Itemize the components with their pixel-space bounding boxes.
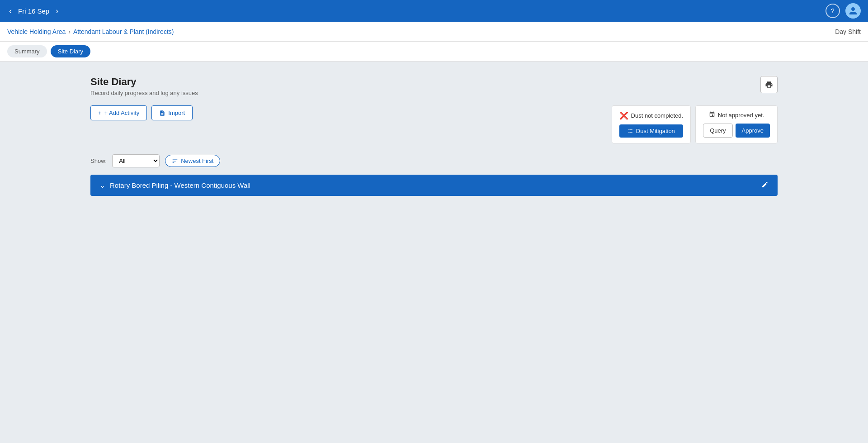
sort-button[interactable]: Newest First <box>165 155 220 167</box>
breadcrumb-child[interactable]: Attendant Labour & Plant (Indirects) <box>73 28 174 35</box>
add-activity-button[interactable]: + + Add Activity <box>90 105 147 120</box>
dust-status-header: ❌ Dust not completed. <box>619 111 684 120</box>
tabs-bar: Summary Site Diary <box>0 42 868 62</box>
top-navigation-bar: ‹ Fri 16 Sep › ? <box>0 0 868 22</box>
tab-summary[interactable]: Summary <box>7 45 47 57</box>
approval-status-text: Not approved yet. <box>718 112 764 119</box>
breadcrumb-separator: › <box>68 28 71 35</box>
dust-error-icon: ❌ <box>619 111 628 120</box>
breadcrumb-parent[interactable]: Vehicle Holding Area <box>7 28 66 35</box>
dust-mitigation-icon <box>627 128 633 134</box>
diary-title: Site Diary <box>90 76 198 88</box>
edit-icon[interactable] <box>761 181 769 190</box>
dust-mitigation-label: Dust Mitigation <box>636 128 675 134</box>
breadcrumb-bar: Vehicle Holding Area › Attendant Labour … <box>0 22 868 42</box>
prev-date-button[interactable]: ‹ <box>7 5 14 17</box>
dust-status-text: Dust not completed. <box>631 112 684 119</box>
import-icon <box>159 110 165 116</box>
import-label: Import <box>168 110 185 116</box>
breadcrumb: Vehicle Holding Area › Attendant Labour … <box>7 28 174 35</box>
plus-icon: + <box>98 110 102 116</box>
approve-button[interactable]: Approve <box>736 124 770 138</box>
chevron-down-icon: ⌄ <box>99 181 105 190</box>
activity-row-left: ⌄ Rotary Bored Piling - Western Contiguo… <box>99 181 250 190</box>
activity-row[interactable]: ⌄ Rotary Bored Piling - Western Contiguo… <box>90 175 778 196</box>
diary-subtitle: Record daily progress and log any issues <box>90 90 198 96</box>
next-date-button[interactable]: › <box>54 5 60 17</box>
show-label: Show: <box>90 157 107 164</box>
activity-label: Rotary Bored Piling - Western Contiguous… <box>110 181 250 189</box>
import-button[interactable]: Import <box>151 105 193 120</box>
date-label: Fri 16 Sep <box>18 7 49 15</box>
diary-title-block: Site Diary Record daily progress and log… <box>90 76 198 96</box>
dust-status-card: ❌ Dust not completed. Dust Mitigation <box>612 105 691 143</box>
tab-site-diary[interactable]: Site Diary <box>51 45 90 57</box>
sort-label: Newest First <box>181 157 213 164</box>
status-cards: ❌ Dust not completed. Dust Mitigation No… <box>612 105 778 143</box>
action-buttons-left: + + Add Activity Import <box>90 105 193 120</box>
main-content: Site Diary Record daily progress and log… <box>0 62 868 443</box>
filter-row: Show: All Active Completed Newest First <box>90 154 778 167</box>
print-button[interactable] <box>760 76 778 93</box>
shift-label: Day Shift <box>835 28 861 35</box>
show-filter-select[interactable]: All Active Completed <box>112 154 160 167</box>
help-icon[interactable]: ? <box>826 4 840 18</box>
print-icon <box>765 81 773 89</box>
query-button[interactable]: Query <box>703 124 732 138</box>
add-activity-label: + Add Activity <box>104 110 140 116</box>
approval-status-card: Not approved yet. Query Approve <box>695 105 778 143</box>
user-avatar[interactable] <box>845 3 861 19</box>
dust-mitigation-button[interactable]: Dust Mitigation <box>619 124 684 138</box>
action-row: + + Add Activity Import ❌ Dust not compl… <box>90 105 778 143</box>
approval-buttons: Query Approve <box>703 124 770 138</box>
calendar-icon <box>709 111 715 119</box>
sort-icon <box>172 158 178 164</box>
diary-header: Site Diary Record daily progress and log… <box>90 76 778 96</box>
approval-status-header: Not approved yet. <box>703 111 770 119</box>
